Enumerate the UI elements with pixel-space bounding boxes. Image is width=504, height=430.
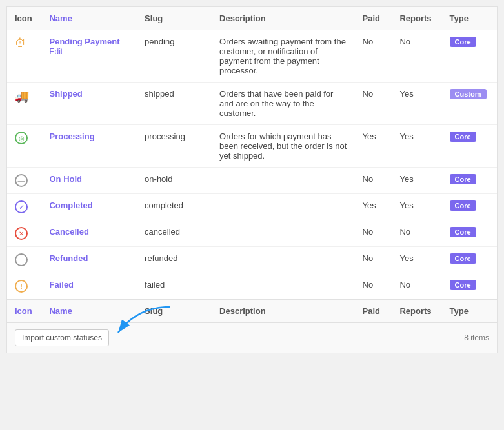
type-badge: Core bbox=[450, 37, 476, 47]
name-cell: Processing bbox=[41, 125, 137, 168]
status-name-link[interactable]: Failed bbox=[49, 280, 129, 289]
description-cell: Orders that have been paid for and are o… bbox=[212, 83, 354, 125]
header-icon: Icon bbox=[7, 7, 41, 30]
description-cell bbox=[212, 273, 354, 300]
description-cell bbox=[212, 194, 354, 220]
header-paid: Paid bbox=[355, 7, 392, 30]
name-cell: Completed bbox=[41, 194, 137, 220]
type-cell: Core bbox=[442, 194, 497, 220]
status-name-link[interactable]: Processing bbox=[49, 132, 129, 141]
name-cell: Shipped bbox=[41, 83, 137, 125]
type-cell: Core bbox=[442, 30, 497, 83]
status-name-link[interactable]: Refunded bbox=[49, 253, 129, 263]
header-type: Type bbox=[442, 7, 497, 30]
table-row: —RefundedrefundedNoYesCore bbox=[7, 247, 497, 273]
slug-cell: refunded bbox=[137, 247, 212, 273]
icon-cell-completed: ✓ bbox=[7, 194, 41, 220]
type-cell: Core bbox=[442, 247, 497, 273]
cancelled-icon: ✕ bbox=[15, 227, 28, 240]
table-header-row: Icon Name Slug Description Paid Reports … bbox=[7, 7, 497, 30]
description-cell bbox=[212, 168, 354, 194]
status-name-link[interactable]: Cancelled bbox=[49, 227, 129, 237]
paid-cell: No bbox=[355, 220, 392, 247]
table-row: ◎ProcessingprocessingOrders for which pa… bbox=[7, 125, 497, 168]
processing-icon: ◎ bbox=[15, 132, 28, 144]
truck-icon: 🚚 bbox=[15, 90, 29, 103]
onhold-icon: — bbox=[15, 174, 28, 187]
name-cell: Pending PaymentEdit bbox=[41, 30, 137, 83]
header-slug: Slug bbox=[137, 7, 212, 30]
header-name[interactable]: Name bbox=[41, 7, 137, 30]
name-cell: On Hold bbox=[41, 168, 137, 194]
completed-icon: ✓ bbox=[15, 200, 28, 213]
reports-cell: No bbox=[392, 30, 441, 83]
name-cell: Refunded bbox=[41, 247, 137, 273]
table-row: 🚚ShippedshippedOrders that have been pai… bbox=[7, 83, 497, 125]
clock-icon: ⏱ bbox=[15, 37, 26, 50]
type-badge: Custom bbox=[450, 89, 487, 99]
edit-link[interactable]: Edit bbox=[49, 47, 63, 56]
paid-cell: No bbox=[355, 30, 392, 83]
table-row: !FailedfailedNoNoCore bbox=[7, 273, 497, 300]
name-cell: Failed bbox=[41, 273, 137, 300]
paid-cell: Yes bbox=[355, 125, 392, 168]
type-badge: Core bbox=[450, 132, 476, 142]
repeat-header-name[interactable]: Name bbox=[41, 300, 137, 323]
description-cell: Orders awaiting payment from the custome… bbox=[212, 30, 354, 83]
repeat-header-reports: Reports bbox=[392, 300, 441, 323]
slug-cell: processing bbox=[137, 125, 212, 168]
type-cell: Core bbox=[442, 168, 497, 194]
table-footer: Import custom statuses 8 items bbox=[15, 329, 489, 346]
slug-cell: shipped bbox=[137, 83, 212, 125]
slug-cell: pending bbox=[137, 30, 212, 83]
reports-cell: Yes bbox=[392, 125, 441, 168]
type-cell: Core bbox=[442, 220, 497, 247]
repeat-header-slug: Slug bbox=[137, 300, 212, 323]
status-name-link[interactable]: On Hold bbox=[49, 174, 129, 184]
name-cell: Cancelled bbox=[41, 220, 137, 247]
icon-cell-refunded: — bbox=[7, 247, 41, 273]
repeat-header-paid: Paid bbox=[355, 300, 392, 323]
repeat-header-type: Type bbox=[442, 300, 497, 323]
icon-cell-onhold: — bbox=[7, 168, 41, 194]
icon-cell-truck: 🚚 bbox=[7, 83, 41, 125]
paid-cell: No bbox=[355, 273, 392, 300]
table-row: ⏱Pending PaymentEditpendingOrders awaiti… bbox=[7, 30, 497, 83]
header-description: Description bbox=[212, 7, 354, 30]
paid-cell: No bbox=[355, 247, 392, 273]
type-cell: Custom bbox=[442, 83, 497, 125]
icon-cell-clock: ⏱ bbox=[7, 30, 41, 83]
reports-cell: Yes bbox=[392, 247, 441, 273]
order-statuses-table: Icon Name Slug Description Paid Reports … bbox=[6, 6, 498, 353]
items-count: 8 items bbox=[464, 333, 489, 342]
slug-cell: cancelled bbox=[137, 220, 212, 247]
description-cell bbox=[212, 247, 354, 273]
icon-cell-processing: ◎ bbox=[7, 125, 41, 168]
repeat-header-icon: Icon bbox=[7, 300, 41, 323]
refunded-icon: — bbox=[15, 253, 28, 266]
reports-cell: Yes bbox=[392, 168, 441, 194]
status-name-link[interactable]: Pending Payment bbox=[49, 37, 129, 46]
status-name-link[interactable]: Shipped bbox=[49, 89, 129, 99]
slug-cell: failed bbox=[137, 273, 212, 300]
table-row: ✓CompletedcompletedYesYesCore bbox=[7, 194, 497, 220]
type-badge: Core bbox=[450, 253, 476, 264]
reports-cell: Yes bbox=[392, 194, 441, 220]
paid-cell: Yes bbox=[355, 194, 392, 220]
status-name-link[interactable]: Completed bbox=[49, 200, 129, 210]
paid-cell: No bbox=[355, 83, 392, 125]
failed-icon: ! bbox=[15, 280, 28, 293]
header-reports: Reports bbox=[392, 7, 441, 30]
table-row: —On Holdon-holdNoYesCore bbox=[7, 168, 497, 194]
repeat-header-row: Icon Name Slug Description Paid Reports … bbox=[7, 300, 497, 323]
icon-cell-failed: ! bbox=[7, 273, 41, 300]
icon-cell-cancelled: ✕ bbox=[7, 220, 41, 247]
import-custom-statuses-button[interactable]: Import custom statuses bbox=[15, 329, 109, 346]
description-cell bbox=[212, 220, 354, 247]
type-badge: Core bbox=[450, 227, 476, 237]
reports-cell: No bbox=[392, 273, 441, 300]
slug-cell: on-hold bbox=[137, 168, 212, 194]
type-badge: Core bbox=[450, 200, 476, 211]
repeat-header-description: Description bbox=[212, 300, 354, 323]
reports-cell: No bbox=[392, 220, 441, 247]
